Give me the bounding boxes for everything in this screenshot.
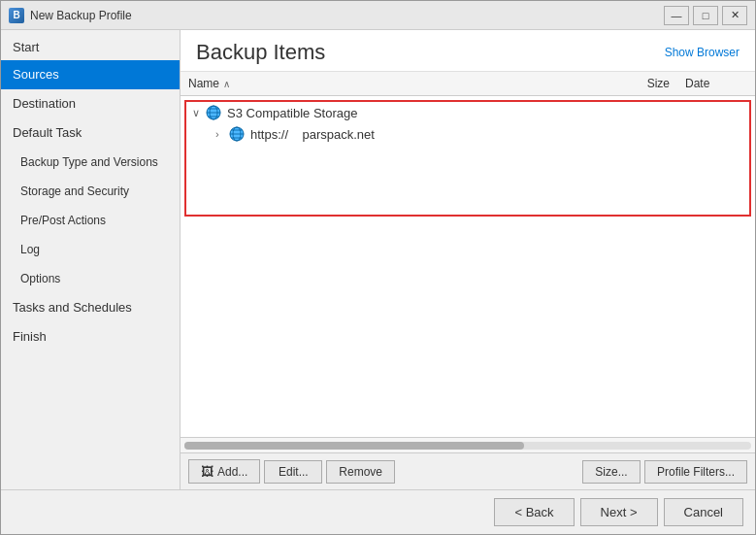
col-name[interactable]: Name ∧ <box>181 75 619 92</box>
s3-storage-label: S3 Compatible Storage <box>227 106 743 120</box>
file-tree-body[interactable]: ∨ S3 Compatible Storage <box>181 96 755 437</box>
window-controls: — □ ✕ <box>664 6 747 25</box>
sidebar-item-log[interactable]: Log <box>1 235 180 264</box>
scrollbar-track[interactable] <box>184 442 751 450</box>
sidebar-item-destination[interactable]: Destination <box>1 89 180 118</box>
sidebar: Start Sources Destination Default Task B… <box>1 30 181 489</box>
bottom-nav-bar: < Back Next > Cancel <box>1 489 755 534</box>
https-label: https:// parspack.net <box>250 127 743 142</box>
cancel-button[interactable]: Cancel <box>664 498 743 526</box>
file-tree-highlighted: ∨ S3 Compatible Storage <box>184 100 751 217</box>
main-window: B New Backup Profile — □ ✕ Start Sources… <box>0 0 756 535</box>
close-button[interactable]: ✕ <box>722 6 747 25</box>
main-header: Backup Items Show Browser <box>181 30 755 72</box>
back-button[interactable]: < Back <box>494 498 574 526</box>
s3-storage-icon <box>206 105 223 120</box>
title-bar: B New Backup Profile — □ ✕ <box>1 1 755 30</box>
sidebar-item-storage-security[interactable]: Storage and Security <box>1 177 180 206</box>
tree-item-s3-storage[interactable]: ∨ S3 Compatible Storage <box>186 102 749 123</box>
col-date: Date <box>677 75 755 92</box>
sidebar-item-sources[interactable]: Sources <box>1 60 180 89</box>
show-browser-link[interactable]: Show Browser <box>665 46 740 59</box>
edit-button[interactable]: Edit... <box>264 460 322 484</box>
sidebar-item-finish[interactable]: Finish <box>1 322 180 351</box>
page-title: Backup Items <box>196 40 325 65</box>
add-button[interactable]: 🖼 Add... <box>188 459 260 484</box>
main-panel: Backup Items Show Browser Name ∧ Size Da… <box>181 30 755 489</box>
chevron-right-icon: › <box>215 128 229 140</box>
sidebar-item-default-task[interactable]: Default Task <box>1 118 180 148</box>
sidebar-item-tasks-schedules[interactable]: Tasks and Schedules <box>1 293 180 322</box>
sort-arrow-icon: ∧ <box>223 79 230 89</box>
sidebar-item-start[interactable]: Start <box>1 34 180 60</box>
add-icon: 🖼 <box>201 464 214 479</box>
col-size: Size <box>619 75 677 92</box>
tree-item-https[interactable]: › https:// <box>186 123 749 145</box>
column-headers: Name ∧ Size Date <box>181 72 755 96</box>
sidebar-item-prepost-actions[interactable]: Pre/Post Actions <box>1 206 180 235</box>
maximize-button[interactable]: □ <box>693 6 718 25</box>
minimize-button[interactable]: — <box>664 6 689 25</box>
scrollbar-thumb[interactable] <box>184 442 524 450</box>
chevron-down-icon: ∨ <box>192 107 206 119</box>
file-toolbar: 🖼 Add... Edit... Remove Size... Profile … <box>181 452 755 489</box>
https-icon <box>229 126 247 142</box>
horizontal-scrollbar[interactable] <box>181 437 755 452</box>
next-button[interactable]: Next > <box>580 498 658 526</box>
size-button[interactable]: Size... <box>582 460 641 484</box>
sidebar-item-options[interactable]: Options <box>1 264 180 293</box>
file-browser: Name ∧ Size Date ∨ <box>181 72 755 452</box>
sidebar-item-backup-type[interactable]: Backup Type and Versions <box>1 148 180 177</box>
remove-button[interactable]: Remove <box>326 460 395 484</box>
profile-filters-button[interactable]: Profile Filters... <box>644 460 747 484</box>
window-title: New Backup Profile <box>30 9 664 22</box>
app-icon: B <box>9 8 24 23</box>
content-area: Start Sources Destination Default Task B… <box>1 30 755 489</box>
